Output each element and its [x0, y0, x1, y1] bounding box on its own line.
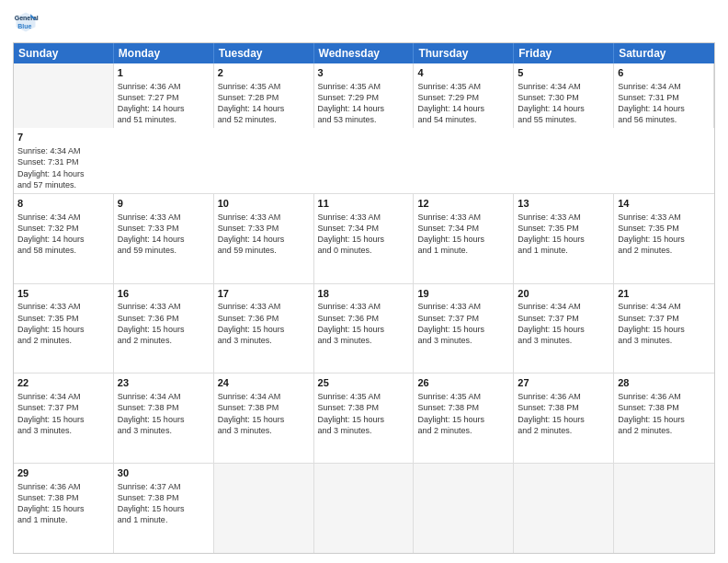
- empty-cell: [14, 63, 114, 128]
- day-number: 18: [318, 287, 410, 301]
- day-number: 30: [118, 466, 210, 480]
- calendar-row-3: 22Sunrise: 4:34 AMSunset: 7:37 PMDayligh…: [14, 373, 714, 464]
- day-cell-23: 23Sunrise: 4:34 AMSunset: 7:38 PMDayligh…: [114, 373, 214, 463]
- day-number: 27: [518, 376, 609, 390]
- day-info: Sunrise: 4:37 AMSunset: 7:38 PMDaylight:…: [118, 481, 210, 526]
- day-info: Sunrise: 4:36 AMSunset: 7:38 PMDaylight:…: [518, 391, 609, 436]
- day-info: Sunrise: 4:33 AMSunset: 7:36 PMDaylight:…: [318, 301, 410, 346]
- day-cell-11: 11Sunrise: 4:33 AMSunset: 7:34 PMDayligh…: [314, 194, 415, 283]
- day-number: 7: [17, 131, 110, 144]
- day-info: Sunrise: 4:33 AMSunset: 7:36 PMDaylight:…: [118, 301, 210, 346]
- day-cell-28: 28Sunrise: 4:36 AMSunset: 7:38 PMDayligh…: [614, 373, 714, 463]
- calendar-body: 1Sunrise: 4:36 AMSunset: 7:27 PMDaylight…: [14, 63, 714, 553]
- day-cell-24: 24Sunrise: 4:34 AMSunset: 7:38 PMDayligh…: [214, 373, 314, 463]
- day-info: Sunrise: 4:33 AMSunset: 7:33 PMDaylight:…: [218, 212, 310, 257]
- header: General Blue: [13, 9, 715, 35]
- day-info: Sunrise: 4:34 AMSunset: 7:30 PMDaylight:…: [518, 81, 609, 126]
- day-info: Sunrise: 4:35 AMSunset: 7:29 PMDaylight:…: [318, 81, 410, 126]
- day-info: Sunrise: 4:33 AMSunset: 7:33 PMDaylight:…: [118, 212, 210, 257]
- day-info: Sunrise: 4:34 AMSunset: 7:38 PMDaylight:…: [218, 391, 310, 436]
- day-number: 4: [417, 66, 509, 80]
- page: General Blue SundayMondayTuesdayWednesda…: [0, 0, 728, 563]
- header-day-saturday: Saturday: [614, 43, 714, 63]
- day-number: 25: [318, 376, 410, 390]
- day-cell-7: 7Sunrise: 4:34 AMSunset: 7:31 PMDaylight…: [14, 128, 114, 192]
- day-number: 12: [417, 197, 509, 211]
- day-number: 24: [218, 376, 310, 390]
- day-number: 29: [17, 466, 109, 480]
- day-number: 11: [318, 197, 410, 211]
- day-cell-8: 8Sunrise: 4:34 AMSunset: 7:32 PMDaylight…: [14, 194, 114, 283]
- empty-cell: [514, 464, 614, 553]
- logo: General Blue: [13, 9, 42, 35]
- day-cell-18: 18Sunrise: 4:33 AMSunset: 7:36 PMDayligh…: [314, 284, 415, 373]
- day-cell-10: 10Sunrise: 4:33 AMSunset: 7:33 PMDayligh…: [214, 194, 314, 283]
- day-info: Sunrise: 4:36 AMSunset: 7:38 PMDaylight:…: [17, 481, 109, 526]
- empty-cell: [414, 464, 514, 553]
- day-cell-12: 12Sunrise: 4:33 AMSunset: 7:34 PMDayligh…: [414, 194, 514, 283]
- day-cell-20: 20Sunrise: 4:34 AMSunset: 7:37 PMDayligh…: [514, 284, 614, 373]
- day-number: 19: [417, 287, 509, 301]
- day-info: Sunrise: 4:34 AMSunset: 7:37 PMDaylight:…: [518, 301, 609, 346]
- day-info: Sunrise: 4:35 AMSunset: 7:38 PMDaylight:…: [417, 391, 509, 436]
- day-cell-16: 16Sunrise: 4:33 AMSunset: 7:36 PMDayligh…: [114, 284, 214, 373]
- empty-cell: [214, 464, 314, 553]
- calendar-row-1: 8Sunrise: 4:34 AMSunset: 7:32 PMDaylight…: [14, 194, 714, 284]
- calendar-row-0: 1Sunrise: 4:36 AMSunset: 7:27 PMDaylight…: [14, 63, 714, 194]
- day-cell-1: 1Sunrise: 4:36 AMSunset: 7:27 PMDaylight…: [114, 63, 214, 128]
- day-cell-3: 3Sunrise: 4:35 AMSunset: 7:29 PMDaylight…: [314, 63, 415, 128]
- day-info: Sunrise: 4:33 AMSunset: 7:36 PMDaylight:…: [218, 301, 310, 346]
- day-cell-26: 26Sunrise: 4:35 AMSunset: 7:38 PMDayligh…: [414, 373, 514, 463]
- day-number: 17: [218, 287, 310, 301]
- day-cell-19: 19Sunrise: 4:33 AMSunset: 7:37 PMDayligh…: [414, 284, 514, 373]
- day-info: Sunrise: 4:33 AMSunset: 7:37 PMDaylight:…: [417, 301, 509, 346]
- day-number: 9: [118, 197, 210, 211]
- day-number: 26: [417, 376, 509, 390]
- day-number: 28: [618, 376, 711, 390]
- day-info: Sunrise: 4:33 AMSunset: 7:35 PMDaylight:…: [618, 212, 711, 257]
- header-day-sunday: Sunday: [14, 43, 114, 63]
- empty-cell: [314, 464, 415, 553]
- day-info: Sunrise: 4:36 AMSunset: 7:38 PMDaylight:…: [618, 391, 711, 436]
- day-number: 15: [17, 287, 109, 301]
- day-cell-6: 6Sunrise: 4:34 AMSunset: 7:31 PMDaylight…: [614, 63, 714, 128]
- day-info: Sunrise: 4:34 AMSunset: 7:31 PMDaylight:…: [17, 145, 110, 190]
- day-cell-9: 9Sunrise: 4:33 AMSunset: 7:33 PMDaylight…: [114, 194, 214, 283]
- day-cell-14: 14Sunrise: 4:33 AMSunset: 7:35 PMDayligh…: [614, 194, 714, 283]
- day-number: 5: [518, 66, 609, 80]
- day-cell-29: 29Sunrise: 4:36 AMSunset: 7:38 PMDayligh…: [14, 464, 114, 553]
- day-number: 20: [518, 287, 609, 301]
- calendar-row-4: 29Sunrise: 4:36 AMSunset: 7:38 PMDayligh…: [14, 464, 714, 553]
- calendar: SundayMondayTuesdayWednesdayThursdayFrid…: [13, 42, 715, 554]
- svg-text:General: General: [15, 15, 39, 21]
- day-cell-2: 2Sunrise: 4:35 AMSunset: 7:28 PMDaylight…: [214, 63, 314, 128]
- day-info: Sunrise: 4:36 AMSunset: 7:27 PMDaylight:…: [118, 81, 210, 126]
- day-info: Sunrise: 4:35 AMSunset: 7:28 PMDaylight:…: [218, 81, 310, 126]
- day-cell-15: 15Sunrise: 4:33 AMSunset: 7:35 PMDayligh…: [14, 284, 114, 373]
- header-day-thursday: Thursday: [414, 43, 514, 63]
- day-info: Sunrise: 4:33 AMSunset: 7:34 PMDaylight:…: [318, 212, 410, 257]
- logo-icon: General Blue: [13, 9, 39, 35]
- header-day-monday: Monday: [114, 43, 214, 63]
- header-day-tuesday: Tuesday: [214, 43, 314, 63]
- day-cell-13: 13Sunrise: 4:33 AMSunset: 7:35 PMDayligh…: [514, 194, 614, 283]
- day-info: Sunrise: 4:34 AMSunset: 7:31 PMDaylight:…: [618, 81, 710, 126]
- day-number: 21: [618, 287, 711, 301]
- day-info: Sunrise: 4:35 AMSunset: 7:38 PMDaylight:…: [318, 391, 410, 436]
- day-info: Sunrise: 4:34 AMSunset: 7:32 PMDaylight:…: [17, 212, 109, 257]
- calendar-row-2: 15Sunrise: 4:33 AMSunset: 7:35 PMDayligh…: [14, 284, 714, 374]
- day-number: 13: [518, 197, 609, 211]
- day-number: 8: [17, 197, 109, 211]
- calendar-header: SundayMondayTuesdayWednesdayThursdayFrid…: [14, 43, 714, 63]
- day-number: 16: [118, 287, 210, 301]
- day-number: 23: [118, 376, 210, 390]
- day-info: Sunrise: 4:34 AMSunset: 7:37 PMDaylight:…: [17, 391, 109, 436]
- day-cell-30: 30Sunrise: 4:37 AMSunset: 7:38 PMDayligh…: [114, 464, 214, 553]
- day-cell-25: 25Sunrise: 4:35 AMSunset: 7:38 PMDayligh…: [314, 373, 415, 463]
- day-number: 6: [618, 66, 710, 80]
- day-info: Sunrise: 4:34 AMSunset: 7:38 PMDaylight:…: [118, 391, 210, 436]
- day-info: Sunrise: 4:33 AMSunset: 7:35 PMDaylight:…: [17, 301, 109, 346]
- day-cell-17: 17Sunrise: 4:33 AMSunset: 7:36 PMDayligh…: [214, 284, 314, 373]
- day-number: 3: [318, 66, 410, 80]
- svg-text:Blue: Blue: [17, 23, 31, 29]
